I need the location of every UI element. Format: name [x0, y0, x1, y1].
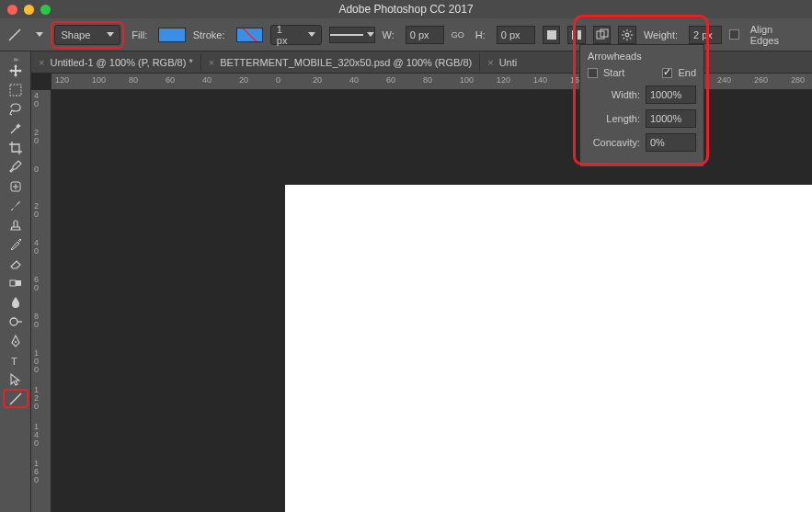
ruler-tick: 120 — [55, 75, 69, 85]
history-brush-tool[interactable] — [3, 234, 29, 254]
arrowheads-popover: Arrowheads Start End Width: Length: Conc… — [579, 44, 704, 167]
document-tab[interactable]: × BETTERMENT_MOBILE_320x50.psd @ 100% (R… — [201, 51, 479, 74]
stroke-width-value: 1 px — [277, 24, 295, 46]
svg-point-6 — [625, 33, 629, 37]
healing-brush-tool[interactable] — [3, 176, 29, 196]
close-tab-icon[interactable]: × — [39, 57, 44, 68]
close-tab-icon[interactable]: × — [487, 57, 493, 68]
stroke-swatch[interactable] — [236, 28, 263, 42]
ruler-tick: 120 — [34, 386, 39, 411]
clone-stamp-tool[interactable] — [3, 215, 29, 234]
brush-tool[interactable] — [3, 196, 29, 215]
marquee-tool[interactable] — [3, 80, 29, 99]
align-edges-checkbox[interactable] — [729, 29, 739, 40]
arrow-length-input[interactable] — [646, 109, 696, 128]
geometry-options-gear-icon[interactable] — [618, 26, 636, 44]
svg-line-0 — [9, 29, 20, 40]
ruler-tick: 280 — [791, 75, 805, 85]
ruler-tick: 140 — [533, 75, 547, 85]
ruler-tick: 40 — [349, 75, 359, 85]
title-bar: Adobe Photoshop CC 2017 — [0, 0, 812, 18]
svg-line-11 — [623, 30, 625, 32]
arrow-width-input[interactable] — [646, 85, 696, 104]
tool-mode-label: Shape — [61, 29, 90, 40]
fill-label: Fill: — [132, 29, 147, 40]
svg-rect-15 — [10, 85, 21, 96]
popover-heading: Arrowheads — [588, 51, 696, 62]
document-canvas[interactable] — [285, 185, 812, 512]
weight-label: Weight: — [644, 29, 678, 40]
solid-line-icon — [330, 34, 363, 36]
ruler-tick: 40 — [34, 92, 39, 108]
arrow-concavity-label: Concavity: — [588, 137, 640, 148]
maximize-window-button[interactable] — [40, 5, 51, 15]
path-selection-tool[interactable] — [3, 370, 29, 389]
tools-panel: ▸▸ T — [0, 51, 31, 512]
eraser-tool[interactable] — [3, 254, 29, 273]
ruler-tick: 20 — [34, 129, 39, 145]
ruler-tick: 100 — [460, 75, 474, 85]
ruler-tick: 60 — [386, 75, 395, 85]
height-label: H: — [475, 29, 486, 40]
path-arrangement-button[interactable] — [593, 26, 612, 44]
width-input[interactable] — [406, 26, 444, 44]
magic-wand-tool[interactable] — [3, 119, 29, 138]
start-arrow-checkbox[interactable] — [588, 68, 598, 78]
pen-tool[interactable] — [3, 331, 29, 350]
end-arrow-label: End — [678, 67, 696, 78]
chevron-down-icon — [367, 32, 374, 37]
fill-swatch[interactable] — [158, 28, 185, 42]
stroke-label: Stroke: — [193, 29, 225, 40]
arrow-concavity-input[interactable] — [646, 133, 696, 152]
svg-rect-3 — [578, 30, 581, 40]
ruler-tick: 40 — [202, 75, 212, 85]
ruler-tick: 80 — [34, 313, 39, 329]
document-tab-label: BETTERMENT_MOBILE_320x50.psd @ 100% (RGB… — [220, 57, 472, 68]
ruler-tick: 260 — [754, 75, 768, 85]
dodge-tool[interactable] — [3, 312, 29, 331]
line-tool[interactable] — [3, 389, 29, 408]
ruler-tick: 80 — [129, 75, 138, 85]
lasso-tool[interactable] — [3, 99, 29, 119]
close-window-button[interactable] — [7, 5, 17, 15]
document-tab[interactable]: × Untitled-1 @ 100% (P, RGB/8) * — [31, 51, 200, 74]
crop-tool[interactable] — [3, 138, 29, 157]
minimize-window-button[interactable] — [24, 5, 34, 15]
ruler-tick: 20 — [34, 202, 39, 219]
document-tab-label: Unti — [499, 57, 518, 68]
move-tool[interactable] — [3, 61, 29, 80]
end-arrow-checkbox[interactable] — [662, 68, 672, 78]
ruler-tick: 60 — [34, 276, 39, 292]
ruler-tick: 60 — [166, 75, 175, 85]
svg-rect-1 — [547, 30, 556, 40]
line-tool-icon[interactable] — [6, 26, 23, 44]
close-tab-icon[interactable]: × — [209, 57, 214, 68]
shape-mode-highlight: Shape — [51, 21, 124, 49]
ruler-tick: 40 — [34, 239, 39, 256]
app-title: Adobe Photoshop CC 2017 — [338, 3, 473, 16]
svg-point-24 — [15, 341, 17, 343]
height-input[interactable] — [497, 26, 535, 44]
svg-rect-2 — [572, 30, 576, 40]
eyedropper-tool[interactable] — [3, 157, 29, 176]
width-label: W: — [383, 29, 395, 40]
gradient-tool[interactable] — [3, 273, 29, 292]
tool-preset-dropdown-icon[interactable] — [36, 32, 43, 37]
link-wh-icon[interactable]: GO — [452, 30, 464, 40]
document-tab[interactable]: × Unti — [480, 51, 524, 74]
stroke-width-dropdown[interactable]: 1 px — [270, 25, 322, 45]
vertical-ruler: 4020020406080100120140160 — [31, 90, 51, 512]
svg-rect-21 — [10, 280, 16, 286]
svg-line-12 — [630, 37, 632, 39]
svg-point-22 — [10, 318, 17, 325]
weight-input[interactable] — [689, 26, 722, 44]
type-tool[interactable]: T — [3, 350, 29, 370]
align-edges-label: Align Edges — [750, 24, 803, 46]
ruler-tick: 120 — [497, 75, 510, 85]
ruler-tick: 140 — [34, 423, 39, 448]
path-operations-button[interactable] — [543, 26, 561, 44]
tool-mode-dropdown[interactable]: Shape — [54, 25, 120, 45]
stroke-style-dropdown[interactable] — [329, 27, 375, 43]
blur-tool[interactable] — [3, 292, 29, 312]
path-alignment-button[interactable] — [567, 26, 586, 44]
